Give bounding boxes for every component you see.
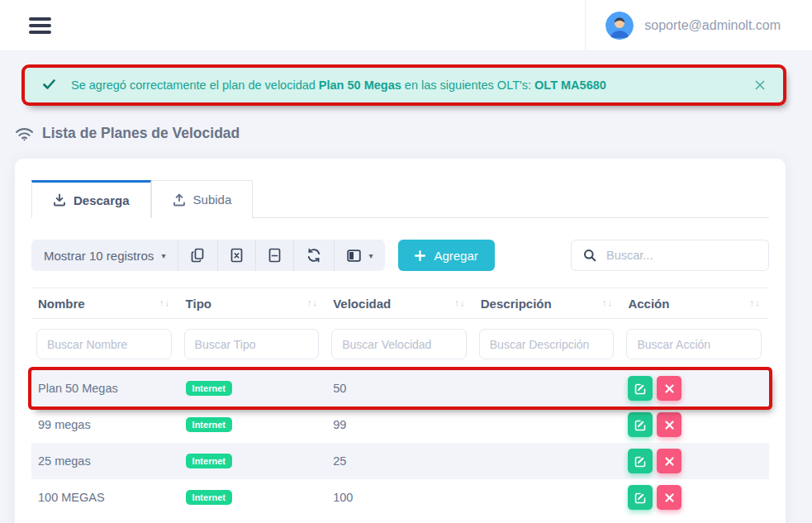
copy-button[interactable] [178, 240, 217, 271]
chevron-down-icon: ▾ [161, 251, 165, 260]
sort-icon: ↑↓ [307, 298, 319, 308]
cell-velocidad: 100 [326, 491, 474, 504]
cell-tipo: Internet [179, 454, 327, 468]
alert-plan-name: Plan 50 Megas [319, 78, 401, 92]
column-header-accion[interactable]: Acción↑↓ [621, 297, 769, 311]
table-header-row: Nombre↑↓ Tipo↑↓ Velocidad↑↓ Descripción↑… [31, 288, 769, 319]
cell-tipo: Internet [179, 381, 327, 396]
cell-tipo: Internet [179, 417, 327, 432]
alert-close-icon[interactable] [755, 80, 765, 90]
add-button[interactable]: Agregar [398, 240, 494, 271]
tabs-bar: Descarga Subida [31, 180, 769, 218]
cell-velocidad: 25 [326, 454, 474, 468]
edit-button[interactable] [628, 376, 653, 401]
sort-icon: ↑↓ [749, 298, 761, 308]
filter-accion-input[interactable] [626, 329, 762, 359]
search-input[interactable] [606, 249, 757, 262]
avatar [605, 12, 634, 40]
delete-button[interactable] [657, 449, 681, 473]
table-row: 100 MEGAS Internet 100 [31, 479, 769, 516]
column-header-nombre[interactable]: Nombre↑↓ [31, 297, 179, 311]
user-menu[interactable]: soporte@adminolt.com [585, 0, 812, 51]
wifi-icon [15, 126, 34, 141]
column-visibility-dropdown[interactable]: ▾ [334, 240, 385, 271]
cell-nombre: 100 MEGAS [31, 491, 179, 504]
table-row: Plan 50 Megas Internet 50 [31, 370, 769, 407]
filter-velocidad-input[interactable] [331, 329, 467, 359]
tipo-badge: Internet [186, 454, 232, 468]
user-email: soporte@adminolt.com [644, 18, 781, 33]
export-file-button[interactable] [255, 240, 293, 271]
delete-button[interactable] [657, 376, 681, 401]
plans-card: Descarga Subida Mostrar 10 registros ▾ [15, 159, 786, 523]
toolbar-button-group: Mostrar 10 registros ▾ [31, 240, 385, 271]
tab-label: Subida [193, 193, 232, 207]
chevron-down-icon: ▾ [368, 251, 373, 260]
tipo-badge: Internet [186, 490, 232, 505]
table-row: 25 megas Internet 25 [31, 443, 769, 479]
cell-accion [621, 449, 769, 473]
filter-descripcion-input[interactable] [479, 329, 615, 359]
table-toolbar: Mostrar 10 registros ▾ [31, 240, 769, 271]
page-title-row: Lista de Planes de Velocidad [15, 125, 812, 142]
cell-nombre: 99 megas [31, 418, 179, 431]
sort-icon: ↑↓ [602, 298, 614, 308]
check-icon [43, 78, 55, 92]
top-bar: soporte@adminolt.com [0, 0, 812, 51]
hamburger-menu-icon[interactable] [29, 14, 52, 37]
column-header-descripcion[interactable]: Descripción↑↓ [474, 297, 622, 311]
refresh-button[interactable] [293, 240, 334, 271]
cell-accion [621, 485, 769, 510]
delete-button[interactable] [657, 485, 681, 510]
download-icon [53, 193, 66, 207]
show-records-dropdown[interactable]: Mostrar 10 registros ▾ [31, 240, 178, 271]
search-icon [583, 249, 596, 262]
plus-icon [415, 250, 425, 261]
cell-velocidad: 50 [326, 382, 474, 395]
cell-nombre: 25 megas [31, 454, 179, 468]
cell-accion [621, 376, 769, 401]
column-header-velocidad[interactable]: Velocidad↑↓ [326, 297, 474, 311]
edit-button[interactable] [628, 485, 653, 510]
tipo-badge: Internet [186, 381, 232, 396]
tab-label: Descarga [74, 193, 130, 207]
filter-tipo-input[interactable] [184, 329, 320, 359]
tab-subida[interactable]: Subida [151, 180, 254, 218]
filter-nombre-input[interactable] [36, 329, 172, 359]
tipo-badge: Internet [186, 417, 232, 432]
export-excel-button[interactable] [217, 240, 255, 271]
upload-icon [173, 193, 186, 207]
cell-tipo: Internet [179, 490, 327, 505]
page-title: Lista de Planes de Velocidad [42, 125, 240, 142]
edit-button[interactable] [628, 449, 653, 473]
cell-nombre: Plan 50 Megas [31, 382, 179, 395]
alert-olt-name: OLT MA5680 [534, 78, 606, 92]
global-search [571, 240, 769, 271]
cell-accion [621, 412, 769, 437]
edit-button[interactable] [628, 412, 653, 437]
sort-icon: ↑↓ [159, 298, 171, 308]
filter-row [31, 319, 769, 370]
column-header-tipo[interactable]: Tipo↑↓ [179, 297, 327, 311]
table-row: 99 megas Internet 99 [31, 407, 769, 443]
alert-message: Se agregó correctamente el plan de veloc… [71, 78, 606, 92]
tab-descarga[interactable]: Descarga [31, 180, 151, 218]
cell-velocidad: 99 [326, 418, 474, 431]
success-alert: Se agregó correctamente el plan de veloc… [25, 68, 783, 102]
sort-icon: ↑↓ [454, 298, 466, 308]
delete-button[interactable] [657, 412, 681, 437]
